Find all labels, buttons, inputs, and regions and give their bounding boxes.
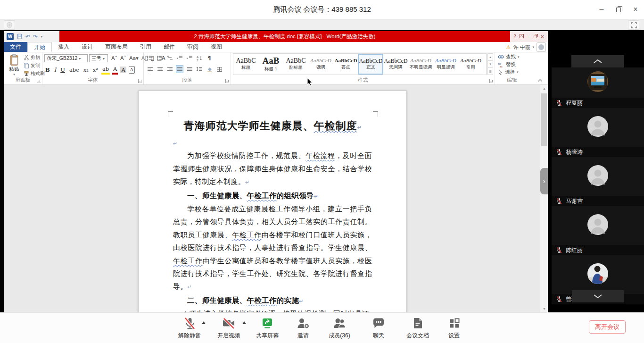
paste-button[interactable]: 粘贴 ▾ bbox=[6, 54, 23, 76]
clipboard-item[interactable]: 剪切 bbox=[24, 54, 45, 61]
font-name-combo[interactable]: 仿宋_GB2312 ▾ bbox=[44, 54, 88, 62]
settings-button[interactable]: 设置 bbox=[437, 316, 471, 341]
sort-icon: AZ bbox=[197, 55, 202, 61]
close-icon[interactable]: × bbox=[540, 34, 544, 39]
ribbon-tab-file[interactable]: 文件 bbox=[4, 42, 27, 52]
ribbon-tab-3[interactable]: 设计 bbox=[75, 42, 99, 52]
cut-icon bbox=[24, 55, 29, 60]
word-logo-icon[interactable]: W bbox=[7, 33, 14, 40]
enclose-icon[interactable]: A bbox=[129, 66, 135, 74]
highlight-icon[interactable]: ab bbox=[101, 65, 110, 75]
change-case-icon[interactable]: Aa▾ bbox=[129, 56, 139, 61]
participant-tile[interactable]: 程夏丽 bbox=[552, 67, 644, 108]
styles-gallery-scroll[interactable]: ▲ ▼ ☰ bbox=[487, 53, 493, 75]
style-item-强调[interactable]: AaBbCcD强调 bbox=[308, 54, 333, 75]
caret-up-icon[interactable] bbox=[202, 321, 206, 324]
start-video-button[interactable]: 开启视频 bbox=[208, 316, 249, 341]
qat-more-icon[interactable]: ▾ bbox=[41, 35, 42, 39]
underline-icon[interactable]: U bbox=[59, 66, 66, 74]
clipboard-item[interactable]: 格式刷 bbox=[24, 70, 45, 77]
account-area[interactable]: ⚠ 许 中霞 ▾ bbox=[506, 42, 546, 52]
ribbon-tab-2[interactable]: 插入 bbox=[52, 42, 75, 52]
editing-item[interactable]: 选择▾ bbox=[498, 69, 520, 75]
caret-up-icon[interactable] bbox=[242, 321, 246, 324]
style-item-不明显强调[interactable]: AaBbCcD不明显强调 bbox=[408, 54, 433, 75]
line-spacing-icon bbox=[196, 67, 203, 72]
share-screen-button[interactable]: 共享屏幕 bbox=[249, 316, 286, 341]
members-button[interactable]: 成员(36) bbox=[321, 316, 358, 341]
restore-icon[interactable] bbox=[534, 34, 537, 39]
document-paragraph: 为加强学校疫情防控工作，规范晨、午检流程，及时全面掌握师生健康状况，保障师生身体… bbox=[173, 150, 372, 189]
user-avatar-icon[interactable] bbox=[537, 42, 546, 52]
participants-scroll-down[interactable] bbox=[572, 290, 624, 302]
strikethrough-icon[interactable]: abc bbox=[68, 66, 80, 74]
participant-tile[interactable]: 陈红丽 bbox=[552, 206, 644, 255]
participant-avatar bbox=[587, 71, 608, 94]
invite-button[interactable]: 邀请 bbox=[286, 316, 321, 341]
invite-icon bbox=[296, 316, 310, 330]
bold-icon[interactable]: B bbox=[44, 66, 51, 74]
restore-icon[interactable] bbox=[610, 0, 627, 19]
editing-item[interactable]: abac替换 bbox=[498, 61, 520, 68]
close-icon[interactable]: × bbox=[627, 0, 644, 19]
char-shading-icon[interactable]: A bbox=[120, 67, 126, 73]
participants-scroll-up[interactable] bbox=[571, 55, 624, 67]
italic-icon[interactable]: I bbox=[53, 66, 58, 74]
grow-font-icon[interactable]: A˄ bbox=[111, 56, 117, 61]
unmute-button[interactable]: 解除静音 bbox=[171, 316, 208, 341]
meeting-docs-button[interactable]: 会议文档 bbox=[399, 316, 437, 341]
help-icon[interactable]: ? bbox=[514, 34, 516, 39]
save-icon[interactable] bbox=[17, 33, 23, 41]
style-item-引用[interactable]: AaBbCcD引用 bbox=[458, 54, 483, 75]
ribbon-tab-8[interactable]: 视图 bbox=[205, 42, 228, 52]
minimize-icon[interactable]: – bbox=[593, 0, 610, 19]
ribbon-group-font: 仿宋_GB2312 ▾ 三号 ▾ A˄AˇAa▾A⃠字̩□A BIUabcx₂x… bbox=[42, 52, 144, 84]
crop-mark bbox=[168, 111, 173, 117]
document-scrollbar[interactable]: ▲ ▼ bbox=[540, 85, 548, 312]
undo-icon[interactable]: ↶ bbox=[25, 34, 30, 40]
styles-gallery: AaBbC标题AaB标题 1AaBbC副标题AaBbCcD强调AaBbCcD要点… bbox=[233, 53, 487, 75]
editing-item[interactable]: 查找▾ bbox=[498, 54, 520, 60]
leave-meeting-button[interactable]: 离开会议 bbox=[589, 320, 626, 334]
style-item-要点[interactable]: AaBbCcD要点 bbox=[333, 54, 358, 75]
ribbon-tab-1[interactable]: 开始 bbox=[27, 42, 52, 52]
dialog-launcher-icon[interactable] bbox=[138, 79, 142, 83]
ribbon-tab-7[interactable]: 审阅 bbox=[181, 42, 205, 52]
fullscreen-icon[interactable] bbox=[628, 20, 639, 30]
style-item-副标题[interactable]: AaBbC副标题 bbox=[283, 54, 308, 75]
participant-tile[interactable]: 杨晓涛 bbox=[552, 108, 644, 157]
dialog-launcher-icon[interactable] bbox=[489, 79, 493, 83]
ribbon-tab-4[interactable]: 页面布局 bbox=[99, 42, 134, 52]
minimize-icon[interactable]: – bbox=[528, 34, 530, 39]
participant-name-bar: 杨晓涛 bbox=[552, 147, 644, 157]
chat-icon bbox=[372, 316, 386, 330]
subscript-icon[interactable]: x₂ bbox=[83, 66, 90, 74]
font-size-combo[interactable]: 三号 ▾ bbox=[89, 54, 108, 62]
redo-icon[interactable]: ↷ bbox=[33, 34, 38, 40]
ribbon-options-icon[interactable] bbox=[520, 34, 524, 39]
chat-button[interactable]: 聊天 bbox=[358, 316, 399, 341]
clipboard-item[interactable]: 复制 bbox=[24, 62, 45, 69]
ribbon-tab-6[interactable]: 邮件 bbox=[157, 42, 181, 52]
svg-text:ac: ac bbox=[500, 65, 503, 67]
collapse-ribbon-icon[interactable] bbox=[537, 78, 543, 83]
style-item-无间隔[interactable]: AaBbCcD无间隔 bbox=[383, 54, 408, 75]
participant-name: 程夏丽 bbox=[566, 99, 583, 107]
font-color-icon[interactable]: A bbox=[112, 65, 118, 75]
dialog-launcher-icon[interactable] bbox=[225, 79, 229, 83]
participant-tile[interactable]: 马谢吉 bbox=[552, 157, 644, 206]
style-item-标题 1[interactable]: AaB标题 1 bbox=[258, 54, 283, 75]
shrink-font-icon[interactable]: Aˇ bbox=[120, 56, 126, 61]
style-item-明显强调[interactable]: AaBbCcD明显强调 bbox=[433, 54, 458, 75]
dialog-launcher-icon[interactable] bbox=[37, 79, 41, 83]
style-item-标题[interactable]: AaBbC标题 bbox=[233, 54, 258, 75]
members-label: 成员(36) bbox=[329, 332, 350, 340]
style-label: 标题 1 bbox=[264, 66, 277, 72]
camera-off-icon bbox=[222, 316, 236, 330]
panel-collapse-handle[interactable]: › bbox=[540, 168, 548, 194]
ribbon-tab-5[interactable]: 引用 bbox=[134, 42, 157, 52]
superscript-icon[interactable]: x² bbox=[92, 66, 99, 74]
style-item-正文[interactable]: AaBbCcD正文 bbox=[358, 54, 383, 75]
shield-icon[interactable] bbox=[4, 20, 15, 30]
document-page[interactable]: 青海师范大学师生健康晨、午检制度↵↵为加强学校疫情防控工作，规范晨、午检流程，及… bbox=[138, 91, 407, 312]
